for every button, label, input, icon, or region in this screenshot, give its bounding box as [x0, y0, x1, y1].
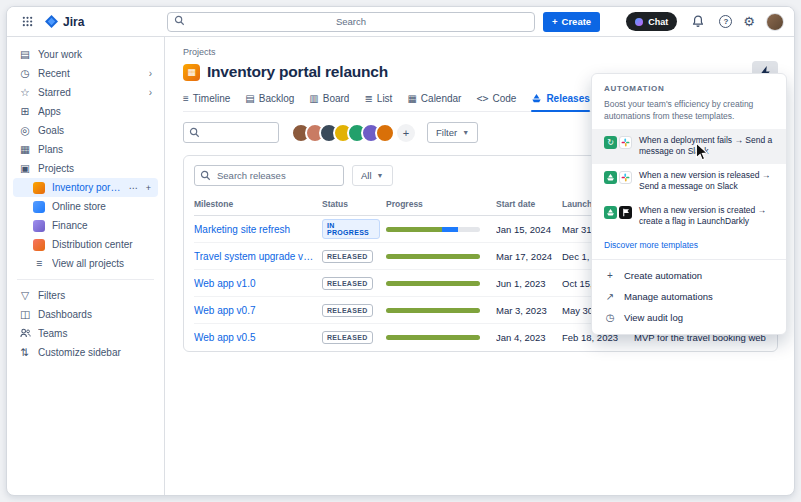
automation-template-version-created[interactable]: When a new version is created → create a…: [592, 199, 786, 234]
jira-logo[interactable]: Jira: [45, 15, 84, 29]
release-ship-icon: [604, 171, 617, 184]
chevron-down-icon: ▼: [377, 172, 384, 179]
start-date: Mar 17, 2024: [496, 251, 556, 262]
sidebar-project-online-store[interactable]: Online store: [13, 197, 158, 216]
sidebar-project-distribution-center[interactable]: Distribution center: [13, 235, 158, 254]
create-button[interactable]: + Create: [543, 12, 600, 32]
search-icon: [174, 15, 185, 26]
more-actions-icon[interactable]: ⋯: [129, 183, 139, 193]
milestone-link[interactable]: Travel system upgrade v1.2: [194, 251, 316, 262]
timeline-icon: ≡: [183, 94, 189, 104]
col-status[interactable]: Status: [322, 199, 380, 209]
sidebar-project-inventory-portal[interactable]: Inventory portal relau... ⋯ +: [13, 178, 158, 197]
star-icon: ☆: [19, 87, 31, 98]
col-progress[interactable]: Progress: [386, 199, 490, 209]
notifications-bell-icon[interactable]: [688, 12, 708, 32]
tab-board[interactable]: ▥Board: [309, 93, 349, 104]
automation-template-version-released[interactable]: When a new version is released → Send a …: [592, 164, 786, 199]
release-search: [194, 165, 344, 186]
sidebar-item-recent[interactable]: ◷ Recent ›: [13, 64, 158, 83]
slack-icon: [619, 171, 632, 184]
sidebar-project-finance[interactable]: Finance: [13, 216, 158, 235]
chat-button[interactable]: Chat: [626, 12, 677, 31]
release-search-input[interactable]: [194, 165, 344, 186]
avatar[interactable]: [375, 123, 395, 143]
sidebar-item-plans[interactable]: ▦ Plans: [13, 140, 158, 159]
member-avatars: +: [291, 123, 415, 143]
sidebar-item-goals[interactable]: ◎ Goals: [13, 121, 158, 140]
settings-gear-icon[interactable]: ⚙: [743, 15, 755, 28]
sidebar-item-dashboards[interactable]: ◫ Dashboards: [13, 305, 158, 324]
tab-list[interactable]: ≣List: [364, 93, 392, 104]
status-badge: RELEASED: [322, 304, 373, 317]
project-avatar-icon: [33, 182, 45, 194]
sidebar-item-your-work[interactable]: ▤ Your work: [13, 45, 158, 64]
chevron-down-icon: ▼: [462, 129, 469, 136]
create-automation-item[interactable]: + Create automation: [592, 265, 786, 286]
progress-bar: [386, 281, 480, 286]
milestone-link[interactable]: Marketing site refresh: [194, 224, 316, 235]
code-icon: <>: [476, 94, 488, 104]
sidebar-item-filters[interactable]: ▽ Filters: [13, 286, 158, 305]
app-switcher-icon[interactable]: [17, 12, 37, 32]
sidebar-item-apps[interactable]: ⊞ Apps: [13, 102, 158, 121]
start-date: Jan 15, 2024: [496, 224, 556, 235]
list-icon: ≡: [33, 258, 45, 269]
plans-icon: ▦: [19, 144, 31, 155]
global-search-input[interactable]: [167, 12, 535, 32]
automation-menu-description: Boost your team's efficiency by creating…: [604, 99, 774, 123]
your-work-icon: ▤: [19, 49, 31, 60]
sidebar-customize[interactable]: ⇅ Customize sidebar: [13, 343, 158, 362]
dashboards-icon: ◫: [19, 309, 31, 320]
board-icon: ▥: [309, 94, 318, 104]
user-avatar[interactable]: [766, 13, 784, 31]
automation-template-deployment-fails[interactable]: ↻ When a deployment fails → Send a messa…: [592, 129, 786, 164]
filter-button[interactable]: Filter ▼: [427, 122, 478, 143]
milestone-link[interactable]: Web app v0.7: [194, 305, 316, 316]
start-date: Mar 3, 2023: [496, 305, 556, 316]
status-scope-dropdown[interactable]: All ▼: [352, 165, 393, 186]
teams-people-icon: [19, 328, 31, 340]
page-title: Inventory portal relaunch: [207, 63, 388, 81]
search-icon: [189, 127, 200, 138]
sidebar-view-all-projects[interactable]: ≡ View all projects: [13, 254, 158, 273]
progress-bar: [386, 254, 480, 259]
sidebar-item-starred[interactable]: ☆ Starred ›: [13, 83, 158, 102]
sidebar-item-teams[interactable]: Teams: [13, 324, 158, 343]
status-badge: RELEASED: [322, 277, 373, 290]
manage-automations-item[interactable]: ↗ Manage automations: [592, 286, 786, 307]
quick-search: [183, 122, 279, 143]
tab-backlog[interactable]: ▤Backlog: [245, 93, 294, 104]
project-avatar-icon: [33, 220, 45, 232]
backlog-icon: ▤: [245, 94, 254, 104]
app-name: Jira: [63, 15, 84, 29]
chat-icon: [635, 18, 643, 26]
discover-more-templates-link[interactable]: Discover more templates: [592, 234, 786, 257]
milestone-link[interactable]: Web app v0.5: [194, 332, 316, 343]
milestone-link[interactable]: Web app v1.0: [194, 278, 316, 289]
calendar-icon: ▦: [407, 94, 416, 104]
breadcrumb[interactable]: Projects: [183, 47, 216, 57]
add-people-button[interactable]: +: [397, 124, 415, 142]
tab-calendar[interactable]: ▦Calendar: [407, 93, 461, 104]
col-milestone[interactable]: Milestone: [194, 199, 316, 209]
tab-releases[interactable]: Releases: [531, 93, 589, 104]
chevron-right-icon: ›: [149, 68, 152, 79]
add-icon[interactable]: +: [146, 183, 152, 193]
project-avatar-icon: [33, 239, 45, 251]
sidebar-item-projects[interactable]: ▣ Projects: [13, 159, 158, 178]
status-badge: RELEASED: [322, 331, 373, 344]
progress-bar: [386, 308, 480, 313]
help-icon[interactable]: ?: [719, 15, 732, 28]
col-start-date[interactable]: Start date: [496, 199, 556, 209]
top-navigation-bar: Jira + Create Chat ? ⚙: [7, 7, 794, 37]
automation-menu: AUTOMATION Boost your team's efficiency …: [591, 73, 787, 335]
start-date: Jan 4, 2023: [496, 332, 556, 343]
clock-icon: ◷: [19, 68, 31, 79]
tab-code[interactable]: <>Code: [476, 93, 516, 104]
filter-funnel-icon: ▽: [19, 290, 31, 301]
view-audit-log-item[interactable]: ◷ View audit log: [592, 307, 786, 328]
project-avatar-icon: [33, 201, 45, 213]
status-badge: RELEASED: [322, 250, 373, 263]
tab-timeline[interactable]: ≡Timeline: [183, 93, 230, 104]
